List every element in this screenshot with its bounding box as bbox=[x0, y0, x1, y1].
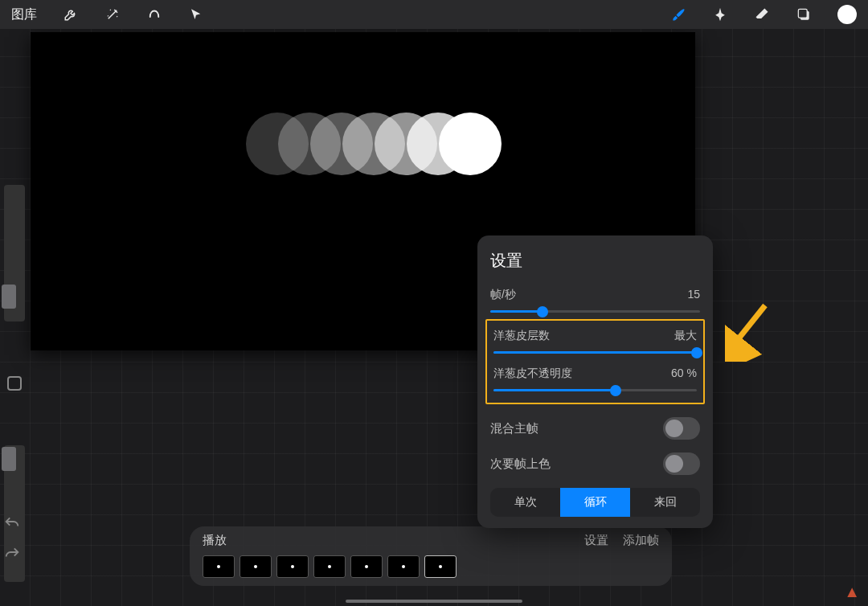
play-button[interactable]: 播放 bbox=[203, 533, 227, 548]
top-toolbar: 图库 bbox=[0, 0, 868, 29]
arrow-annotation bbox=[725, 297, 773, 365]
smudge-icon[interactable] bbox=[712, 6, 728, 23]
fps-value: 15 bbox=[687, 288, 700, 302]
timeline-frame[interactable] bbox=[387, 555, 420, 578]
blend-primary-toggle[interactable] bbox=[663, 417, 700, 440]
fps-label: 帧/秒 bbox=[490, 288, 516, 302]
seg-loop[interactable]: 循环 bbox=[560, 488, 630, 517]
popover-title: 设置 bbox=[490, 250, 700, 272]
brush-size-slider[interactable] bbox=[4, 185, 25, 321]
watermark-icon: ▲ bbox=[844, 583, 860, 601]
timeline-frame[interactable] bbox=[276, 555, 309, 578]
timeline-frame[interactable] bbox=[350, 555, 383, 578]
color-swatch[interactable] bbox=[837, 5, 857, 24]
color-secondary-toggle[interactable] bbox=[663, 452, 700, 475]
modifier-button[interactable] bbox=[7, 376, 22, 391]
add-frame-button[interactable]: 添加帧 bbox=[623, 533, 659, 548]
wand-icon[interactable] bbox=[104, 6, 121, 23]
onion-opacity-label: 洋葱皮不透明度 bbox=[493, 366, 572, 381]
color-secondary-label: 次要帧上色 bbox=[490, 457, 551, 472]
onion-opacity-value: 60 % bbox=[671, 366, 697, 381]
fps-slider[interactable] bbox=[490, 310, 700, 313]
selection-icon[interactable] bbox=[146, 6, 162, 23]
gallery-button[interactable]: 图库 bbox=[11, 6, 37, 23]
timeline-frame[interactable] bbox=[424, 555, 457, 578]
redo-icon[interactable] bbox=[3, 545, 21, 559]
onion-layers-slider[interactable] bbox=[493, 351, 697, 354]
seg-pingpong[interactable]: 来回 bbox=[630, 488, 700, 517]
seg-once[interactable]: 单次 bbox=[490, 488, 560, 517]
undo-icon[interactable] bbox=[3, 514, 21, 529]
layers-icon[interactable] bbox=[796, 6, 812, 23]
brush-icon[interactable] bbox=[670, 6, 686, 23]
onion-opacity-slider[interactable] bbox=[493, 389, 697, 391]
onion-layers-value: 最大 bbox=[674, 329, 697, 343]
onion-opacity-row: 洋葱皮不透明度 60 % bbox=[493, 366, 697, 391]
timeline-frame[interactable] bbox=[203, 555, 235, 578]
frame-strip bbox=[203, 555, 659, 578]
wrench-icon[interactable] bbox=[63, 6, 79, 23]
eraser-icon[interactable] bbox=[754, 6, 770, 23]
home-indicator bbox=[346, 600, 522, 603]
fps-row: 帧/秒 15 bbox=[490, 288, 700, 313]
onion-layers-row: 洋葱皮层数 最大 bbox=[493, 329, 697, 354]
highlight-annotation: 洋葱皮层数 最大 洋葱皮不透明度 60 % bbox=[485, 319, 705, 404]
timeline-frame[interactable] bbox=[313, 555, 346, 578]
timeline-frame[interactable] bbox=[240, 555, 272, 578]
cursor-icon[interactable] bbox=[188, 6, 204, 23]
blend-primary-label: 混合主帧 bbox=[490, 421, 538, 436]
loop-mode-segmented: 单次 循环 来回 bbox=[490, 488, 700, 517]
onion-layers-label: 洋葱皮层数 bbox=[493, 329, 550, 343]
animation-settings-popover: 设置 帧/秒 15 洋葱皮层数 最大 洋葱皮不透明度 60 % bbox=[477, 235, 713, 528]
svg-line-2 bbox=[733, 305, 765, 346]
svg-rect-1 bbox=[798, 9, 807, 18]
timeline-settings-button[interactable]: 设置 bbox=[584, 533, 608, 548]
animation-timeline: 播放 设置 添加帧 bbox=[190, 526, 672, 586]
